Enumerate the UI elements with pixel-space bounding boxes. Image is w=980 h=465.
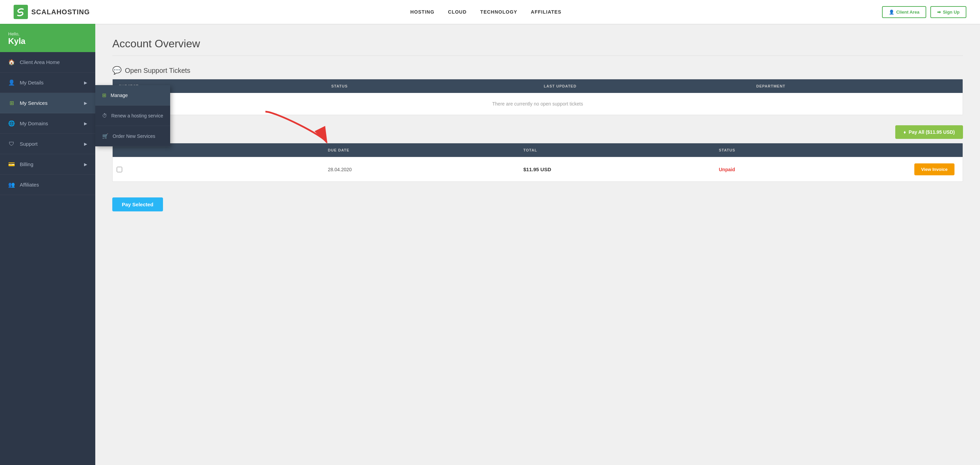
- billing-icon: 💳: [8, 161, 15, 168]
- section-title-tickets: Open Support Tickets: [125, 67, 190, 75]
- col-total: TOTAL: [517, 143, 713, 157]
- tickets-table: SUBJECT STATUS LAST UPDATED DEPARTMENT T…: [112, 79, 963, 115]
- tickets-empty-message: There are currently no open support tick…: [113, 93, 963, 115]
- user-icon: 👤: [8, 79, 15, 86]
- affiliates-icon: 👥: [8, 182, 15, 188]
- table-row: 28.04.2020 $11.95 USD Unpaid View Invoic…: [113, 157, 963, 182]
- sidebar-label-support: Support: [20, 141, 38, 147]
- clock-icon: ⏱: [102, 113, 107, 118]
- cart-icon: 🛒: [102, 133, 108, 139]
- sidebar-label-affiliates: Affiliates: [20, 182, 39, 188]
- sidebar-item-my-services[interactable]: ⊞ My Services ▶: [0, 93, 95, 113]
- nav-cloud[interactable]: CLOUD: [448, 9, 467, 14]
- page-title: Account Overview: [112, 37, 963, 56]
- sidebar-label-billing: Billing: [20, 161, 33, 167]
- invoices-table-header: DUE DATE TOTAL STATUS: [113, 143, 963, 157]
- sidebar: Hello, Kyla 🏠 Client Area Home 👤 My Deta…: [0, 24, 95, 465]
- submenu-order-label: Order New Services: [113, 134, 155, 139]
- main-container: Hello, Kyla 🏠 Client Area Home 👤 My Deta…: [0, 24, 980, 465]
- pay-all-label: Pay All ($11.95 USD): [908, 129, 955, 135]
- invoices-header-row: ♦ Pay All ($11.95 USD): [112, 125, 963, 139]
- pay-selected-button[interactable]: Pay Selected: [112, 197, 163, 212]
- submenu-manage[interactable]: ⊞ Manage: [95, 85, 170, 105]
- sidebar-item-my-domains[interactable]: 🌐 My Domains ▶: [0, 113, 95, 134]
- main-content: Account Overview 💬 Open Support Tickets …: [95, 24, 980, 465]
- col-status: STATUS: [325, 79, 538, 93]
- logo-icon: [14, 5, 28, 19]
- header: SCALAHOSTING HOSTING CLOUD TECHNOLOGY AF…: [0, 0, 980, 24]
- invoice-checkbox[interactable]: [117, 167, 122, 172]
- my-services-submenu: ⊞ Manage ⏱ Renew a hosting service 🛒 Ord…: [95, 85, 170, 147]
- chevron-right-icon: ▶: [84, 162, 87, 167]
- invoice-number: [126, 163, 322, 176]
- submenu-order-new[interactable]: 🛒 Order New Services: [95, 126, 170, 147]
- diamond-icon: ♦: [904, 129, 906, 135]
- sidebar-item-affiliates[interactable]: 👥 Affiliates: [0, 175, 95, 195]
- invoice-total: $11.95 USD: [517, 160, 713, 178]
- chevron-right-icon: ▶: [84, 142, 87, 147]
- home-icon: 🏠: [8, 59, 15, 66]
- sidebar-hello: Hello,: [8, 31, 87, 37]
- support-tickets-section: 💬 Open Support Tickets SUBJECT STATUS LA…: [112, 66, 963, 115]
- invoice-checkbox-cell: [113, 161, 126, 178]
- invoice-status: Unpaid: [713, 161, 908, 178]
- sidebar-greeting: Hello, Kyla: [0, 24, 95, 52]
- col-department: DEPARTMENT: [750, 79, 963, 93]
- user-icon: 👤: [889, 10, 894, 14]
- grid-icon: ⊞: [102, 92, 107, 99]
- submenu-renew-hosting[interactable]: ⏱ Renew a hosting service: [95, 105, 170, 126]
- sidebar-item-billing[interactable]: 💳 Billing ▶: [0, 154, 95, 175]
- chevron-right-icon: ▶: [84, 101, 87, 105]
- invoices-table: DUE DATE TOTAL STATUS 28.04.2020 $11.95 …: [112, 143, 963, 182]
- sidebar-label-my-services: My Services: [20, 100, 48, 106]
- chevron-right-icon: ▶: [84, 80, 87, 85]
- invoice-due-date: 28.04.2020: [322, 161, 517, 178]
- chevron-right-icon: ▶: [84, 121, 87, 126]
- sidebar-username: Kyla: [8, 37, 87, 46]
- nav-affiliates[interactable]: AFFILIATES: [531, 9, 562, 14]
- section-header-tickets: 💬 Open Support Tickets: [112, 66, 963, 75]
- invoice-action-cell: View Invoice: [908, 157, 963, 182]
- sidebar-item-support[interactable]: 🛡 Support ▶: [0, 134, 95, 154]
- client-area-button[interactable]: 👤 Client Area: [882, 6, 926, 18]
- logo-text: SCALAHOSTING: [31, 8, 90, 16]
- submenu-renew-label: Renew a hosting service: [111, 113, 163, 118]
- sidebar-item-my-details[interactable]: 👤 My Details ▶: [0, 73, 95, 93]
- signin-icon: ➡: [937, 10, 941, 14]
- globe-icon: 🌐: [8, 120, 15, 127]
- sign-up-button[interactable]: ➡ Sign Up: [930, 6, 966, 18]
- logo[interactable]: SCALAHOSTING: [14, 5, 90, 19]
- shield-icon: 🛡: [8, 140, 15, 147]
- col-last-updated: LAST UPDATED: [538, 79, 750, 93]
- sidebar-label-client-area-home: Client Area Home: [20, 59, 60, 65]
- col-due-date: DUE DATE: [322, 143, 517, 157]
- nav-technology[interactable]: TECHNOLOGY: [480, 9, 517, 14]
- main-nav: HOSTING CLOUD TECHNOLOGY AFFILIATES: [410, 9, 562, 14]
- submenu-manage-label: Manage: [111, 92, 128, 98]
- grid-icon: ⊞: [8, 100, 15, 107]
- view-invoice-button[interactable]: View Invoice: [914, 163, 955, 175]
- sidebar-label-my-details: My Details: [20, 80, 43, 86]
- chat-icon: 💬: [112, 66, 121, 75]
- nav-hosting[interactable]: HOSTING: [410, 9, 434, 14]
- tickets-table-header: SUBJECT STATUS LAST UPDATED DEPARTMENT: [113, 79, 963, 93]
- col-status: STATUS: [713, 143, 908, 157]
- invoices-section: ♦ Pay All ($11.95 USD) DUE DATE TOTAL ST…: [112, 125, 963, 212]
- sidebar-label-my-domains: My Domains: [20, 121, 48, 126]
- sidebar-item-client-area-home[interactable]: 🏠 Client Area Home: [0, 52, 95, 73]
- col-action: [908, 143, 963, 157]
- pay-all-button[interactable]: ♦ Pay All ($11.95 USD): [895, 125, 963, 139]
- header-buttons: 👤 Client Area ➡ Sign Up: [882, 6, 966, 18]
